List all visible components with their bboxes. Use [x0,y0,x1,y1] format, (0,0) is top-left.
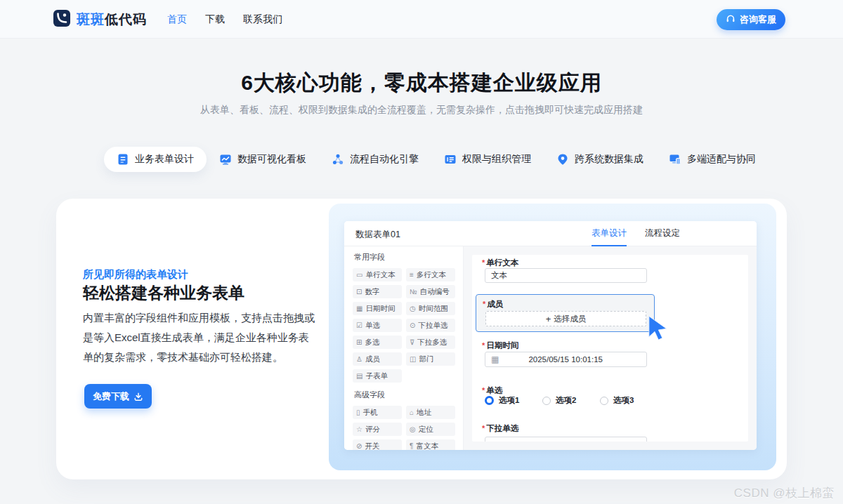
plus-icon: + [546,314,551,324]
radio-unchecked-icon [600,397,608,405]
hero-title: 6大核心功能，零成本搭建企业级应用 [0,69,843,98]
free-download-button[interactable]: 免费下载 [84,384,152,409]
field-chip[interactable]: ⊡数字 [353,285,402,298]
field-chip-label: 下拉单选 [418,321,447,331]
headset-icon [726,14,736,26]
field-chip[interactable]: ⊘开关 [353,439,402,450]
single-line-text-value: 文本 [491,270,507,281]
radio-group: 选项1 选项2 选项3 [485,395,658,406]
showcase-title: 轻松搭建各种业务表单 [83,282,244,304]
field-chip[interactable]: ⌂地址 [406,406,455,419]
field-chip-label: 日期时间 [365,304,395,314]
form-panel: *单行文本 文本 *成员 + 选择成员 *日期时间 [472,255,748,442]
radio-option-2[interactable]: 选项2 [542,395,600,406]
select-member-button[interactable]: + 选择成员 [485,311,646,326]
tab-data-integration[interactable]: 跨系统数据集成 [544,147,656,172]
field-label-single-line: *单行文本 [482,258,518,268]
field-chip-label: 定位 [419,425,433,435]
nav-link-0[interactable]: 首页 [167,13,187,26]
radio-option-3[interactable]: 选项3 [600,395,658,406]
form-icon [117,153,129,166]
tab-label: 数据可视化看板 [237,153,306,166]
field-chip[interactable]: ▭单行文本 [353,268,402,281]
download-icon [133,392,143,402]
showcase-description: 内置丰富的字段组件和应用模板，支持点击拖拽或是等入Excel直接生成表单，满足企… [83,308,318,367]
member-field-selected[interactable]: *成员 + 选择成员 [476,294,655,332]
logo[interactable]: 斑斑低代码 [53,9,147,30]
free-download-label: 免费下载 [93,390,129,403]
logo-icon [53,9,71,30]
auto-number-icon: № [410,289,417,296]
address-icon: ⌂ [410,409,414,416]
checkbox-icon: ⊞ [356,339,362,346]
number-icon: ⊡ [356,289,362,296]
field-chip[interactable]: ◎定位 [406,423,455,436]
select-single-input[interactable] [485,437,647,442]
common-fields-grid: ▭单行文本≡多行文本⊡数字№自动编号▦日期时间◷时间范围☑单选⊙下拉单选⊞多选⊽… [353,268,455,383]
field-library-sidebar: 常用字段 ▭单行文本≡多行文本⊡数字№自动编号▦日期时间◷时间范围☑单选⊙下拉单… [344,246,464,450]
workflow-icon [332,153,344,166]
tab-form-design-inner[interactable]: 表单设计 [592,221,627,246]
field-chip-label: 下拉多选 [417,338,447,347]
consult-service-button[interactable]: 咨询客服 [717,9,785,30]
field-chip[interactable]: ⊽下拉多选 [406,336,455,349]
field-chip[interactable]: ☆评分 [353,423,402,436]
field-chip[interactable]: ◫部门 [406,352,455,366]
field-chip-label: 富文本 [416,442,438,451]
mouse-cursor-icon [645,315,672,342]
tab-label: 多端适配与协同 [687,153,756,166]
nav-link-1[interactable]: 下载 [205,13,225,26]
advanced-fields-grid: ▯手机⌂地址☆评分◎定位⊘开关¶富文本 [353,406,455,450]
tab-permissions[interactable]: 权限与组织管理 [431,147,544,172]
radio-option-1[interactable]: 选项1 [485,395,542,406]
required-asterisk: * [482,424,485,432]
field-chip[interactable]: №自动编号 [406,285,455,298]
tab-multi-device[interactable]: 多端适配与协同 [656,147,769,172]
feature-showcase-card: 所见即所得的表单设计 轻松搭建各种业务表单 内置丰富的字段组件和应用模板，支持点… [56,199,787,479]
single-line-text-input[interactable]: 文本 [485,268,647,283]
subform-icon: ▤ [356,373,362,380]
required-asterisk: * [483,300,485,308]
field-chip[interactable]: ◷时间范围 [406,302,455,315]
datetime-input[interactable]: ▦ 2025/05/15 10:01:15 [485,352,647,367]
field-chip[interactable]: ▯手机 [353,406,402,419]
field-label-select: *下拉单选 [482,423,518,434]
designer-tabs: 表单设计 流程设定 [592,221,680,246]
field-chip[interactable]: ¶富文本 [406,439,455,450]
designer-header: 数据表单01 表单设计 流程设定 [344,221,757,246]
field-chip[interactable]: ▤子表单 [353,369,402,383]
calendar-icon: ▦ [491,354,499,364]
select-single-icon: ⊙ [410,322,415,329]
field-chip-label: 部门 [419,354,433,364]
integration-icon [556,153,569,166]
field-label-member: *成员 [483,299,503,310]
rating-icon: ☆ [356,426,362,433]
tab-label: 流程自动化引擎 [350,153,419,166]
tab-flow-settings[interactable]: 流程设定 [645,221,680,246]
watermark: CSDN @枝上棉蛮 [734,485,835,501]
datetime-value: 2025/05/15 10:01:15 [502,355,629,364]
field-chip[interactable]: ⊞多选 [353,336,402,349]
tab-workflow-engine[interactable]: 流程自动化引擎 [319,147,431,172]
field-chip[interactable]: ▦日期时间 [353,302,402,315]
devices-icon [669,153,681,166]
field-chip-label: 子表单 [365,371,388,381]
advanced-fields-label: 高级字段 [354,390,455,400]
tab-data-dashboard[interactable]: 数据可视化看板 [207,147,319,172]
field-chip-label: 多选 [365,338,379,347]
field-chip-label: 多行文本 [417,270,446,280]
field-chip[interactable]: ♙成员 [353,352,402,366]
tab-form-design[interactable]: 业务表单设计 [104,147,207,172]
field-chip[interactable]: ☑单选 [353,319,402,332]
field-chip[interactable]: ≡多行文本 [406,268,455,281]
nav-link-2[interactable]: 联系我们 [243,13,282,26]
form-canvas: *单行文本 文本 *成员 + 选择成员 *日期时间 [464,246,757,450]
form-designer-window: 数据表单01 表单设计 流程设定 常用字段 ▭单行文本≡多行文本⊡数字№自动编号… [344,221,757,450]
field-chip[interactable]: ⊙下拉单选 [406,319,455,332]
time-range-icon: ◷ [410,305,416,312]
radio-checked-icon [485,396,494,405]
tab-label: 业务表单设计 [135,153,194,166]
designer-window-title: 数据表单01 [355,229,400,241]
hero-subtitle: 从表单、看板、流程、权限到数据集成的全流程覆盖，无需复杂操作，点击拖拽即可快速完… [0,104,843,117]
field-chip-label: 单选 [365,321,380,331]
